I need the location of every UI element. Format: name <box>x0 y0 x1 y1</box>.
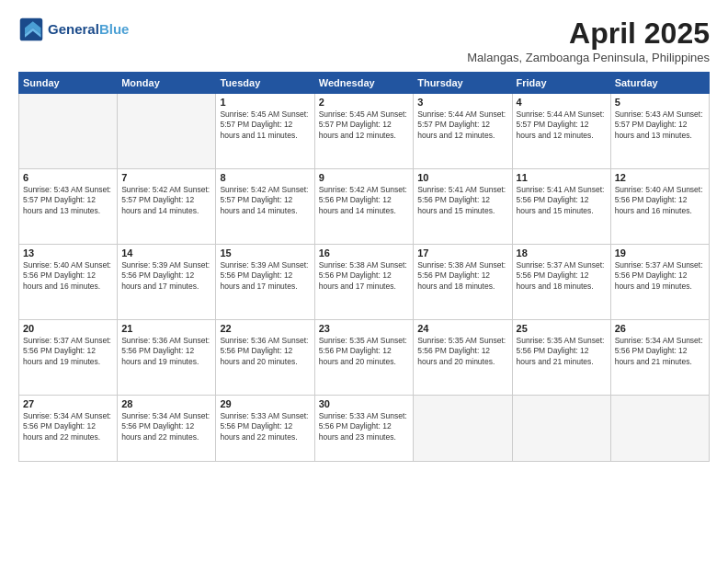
day-number: 27 <box>23 398 113 409</box>
day-number: 1 <box>220 97 310 108</box>
day-info: Sunrise: 5:41 AM Sunset: 5:56 PM Dayligh… <box>517 185 607 216</box>
col-tuesday: Tuesday <box>216 73 314 94</box>
day-info: Sunrise: 5:37 AM Sunset: 5:56 PM Dayligh… <box>23 336 113 367</box>
day-number: 5 <box>615 97 705 108</box>
day-info: Sunrise: 5:35 AM Sunset: 5:56 PM Dayligh… <box>517 336 607 367</box>
day-info: Sunrise: 5:42 AM Sunset: 5:56 PM Dayligh… <box>319 185 409 216</box>
table-row: 24Sunrise: 5:35 AM Sunset: 5:56 PM Dayli… <box>414 320 512 396</box>
page: GeneralBlue April 2025 Malangas, Zamboan… <box>0 0 728 563</box>
table-row: 30Sunrise: 5:33 AM Sunset: 5:56 PM Dayli… <box>314 396 413 462</box>
day-info: Sunrise: 5:45 AM Sunset: 5:57 PM Dayligh… <box>220 109 310 141</box>
day-number: 20 <box>23 323 113 334</box>
subtitle: Malangas, Zamboanga Peninsula, Philippin… <box>467 51 710 64</box>
day-info: Sunrise: 5:37 AM Sunset: 5:56 PM Dayligh… <box>517 260 607 292</box>
month-title: April 2025 <box>467 17 710 51</box>
table-row: 15Sunrise: 5:39 AM Sunset: 5:56 PM Dayli… <box>216 245 314 320</box>
table-row: 28Sunrise: 5:34 AM Sunset: 5:56 PM Dayli… <box>118 396 216 462</box>
logo-text: GeneralBlue <box>48 22 129 38</box>
calendar-table: Sunday Monday Tuesday Wednesday Thursday… <box>18 72 710 462</box>
day-info: Sunrise: 5:45 AM Sunset: 5:57 PM Dayligh… <box>319 109 409 141</box>
day-number: 11 <box>517 172 607 183</box>
day-info: Sunrise: 5:39 AM Sunset: 5:56 PM Dayligh… <box>220 260 310 292</box>
day-number: 21 <box>121 323 211 334</box>
day-number: 2 <box>319 97 409 108</box>
day-number: 18 <box>517 247 607 259</box>
table-row: 16Sunrise: 5:38 AM Sunset: 5:56 PM Dayli… <box>314 245 413 320</box>
logo: GeneralBlue <box>18 17 129 42</box>
day-info: Sunrise: 5:36 AM Sunset: 5:56 PM Dayligh… <box>121 336 211 367</box>
table-row: 27Sunrise: 5:34 AM Sunset: 5:56 PM Dayli… <box>19 396 118 462</box>
table-row <box>118 94 216 169</box>
day-info: Sunrise: 5:43 AM Sunset: 5:57 PM Dayligh… <box>615 109 705 141</box>
day-info: Sunrise: 5:44 AM Sunset: 5:57 PM Dayligh… <box>517 109 607 141</box>
table-row: 11Sunrise: 5:41 AM Sunset: 5:56 PM Dayli… <box>512 169 610 245</box>
table-row: 4Sunrise: 5:44 AM Sunset: 5:57 PM Daylig… <box>512 94 610 169</box>
col-wednesday: Wednesday <box>314 73 413 94</box>
day-number: 14 <box>121 247 211 259</box>
day-info: Sunrise: 5:35 AM Sunset: 5:56 PM Dayligh… <box>417 336 507 367</box>
table-row: 10Sunrise: 5:41 AM Sunset: 5:56 PM Dayli… <box>414 169 512 245</box>
day-number: 25 <box>517 323 607 334</box>
table-row: 1Sunrise: 5:45 AM Sunset: 5:57 PM Daylig… <box>216 94 314 169</box>
day-info: Sunrise: 5:40 AM Sunset: 5:56 PM Dayligh… <box>23 260 113 292</box>
table-row: 7Sunrise: 5:42 AM Sunset: 5:57 PM Daylig… <box>118 169 216 245</box>
day-info: Sunrise: 5:34 AM Sunset: 5:56 PM Dayligh… <box>121 411 211 442</box>
table-row <box>414 396 512 462</box>
table-row: 23Sunrise: 5:35 AM Sunset: 5:56 PM Dayli… <box>314 320 413 396</box>
day-info: Sunrise: 5:41 AM Sunset: 5:56 PM Dayligh… <box>417 185 507 216</box>
calendar-header-row: Sunday Monday Tuesday Wednesday Thursday… <box>19 73 710 94</box>
day-number: 6 <box>23 172 113 183</box>
table-row: 18Sunrise: 5:37 AM Sunset: 5:56 PM Dayli… <box>512 245 610 320</box>
day-info: Sunrise: 5:36 AM Sunset: 5:56 PM Dayligh… <box>220 336 310 367</box>
day-info: Sunrise: 5:43 AM Sunset: 5:57 PM Dayligh… <box>23 185 113 216</box>
day-info: Sunrise: 5:35 AM Sunset: 5:56 PM Dayligh… <box>319 336 409 367</box>
day-info: Sunrise: 5:39 AM Sunset: 5:56 PM Dayligh… <box>121 260 211 292</box>
table-row: 5Sunrise: 5:43 AM Sunset: 5:57 PM Daylig… <box>610 94 709 169</box>
title-block: April 2025 Malangas, Zamboanga Peninsula… <box>467 17 710 64</box>
table-row: 25Sunrise: 5:35 AM Sunset: 5:56 PM Dayli… <box>512 320 610 396</box>
header: GeneralBlue April 2025 Malangas, Zamboan… <box>18 17 710 64</box>
day-number: 24 <box>417 323 507 334</box>
day-number: 4 <box>517 97 607 108</box>
day-info: Sunrise: 5:34 AM Sunset: 5:56 PM Dayligh… <box>615 336 705 367</box>
table-row: 6Sunrise: 5:43 AM Sunset: 5:57 PM Daylig… <box>19 169 118 245</box>
day-info: Sunrise: 5:40 AM Sunset: 5:56 PM Dayligh… <box>615 185 705 216</box>
day-number: 19 <box>615 247 705 259</box>
day-number: 16 <box>319 247 409 259</box>
day-info: Sunrise: 5:33 AM Sunset: 5:56 PM Dayligh… <box>319 411 409 442</box>
day-info: Sunrise: 5:42 AM Sunset: 5:57 PM Dayligh… <box>121 185 211 216</box>
day-number: 10 <box>417 172 507 183</box>
day-number: 3 <box>417 97 507 108</box>
table-row: 3Sunrise: 5:44 AM Sunset: 5:57 PM Daylig… <box>414 94 512 169</box>
table-row: 21Sunrise: 5:36 AM Sunset: 5:56 PM Dayli… <box>118 320 216 396</box>
col-saturday: Saturday <box>610 73 709 94</box>
day-number: 17 <box>417 247 507 259</box>
day-number: 13 <box>23 247 113 259</box>
day-number: 8 <box>220 172 310 183</box>
day-number: 15 <box>220 247 310 259</box>
table-row: 29Sunrise: 5:33 AM Sunset: 5:56 PM Dayli… <box>216 396 314 462</box>
day-number: 29 <box>220 398 310 409</box>
day-number: 22 <box>220 323 310 334</box>
table-row: 8Sunrise: 5:42 AM Sunset: 5:57 PM Daylig… <box>216 169 314 245</box>
day-number: 23 <box>319 323 409 334</box>
day-info: Sunrise: 5:37 AM Sunset: 5:56 PM Dayligh… <box>615 260 705 292</box>
col-monday: Monday <box>118 73 216 94</box>
table-row <box>610 396 709 462</box>
day-number: 12 <box>615 172 705 183</box>
day-number: 7 <box>121 172 211 183</box>
day-number: 28 <box>121 398 211 409</box>
day-number: 30 <box>319 398 409 409</box>
day-info: Sunrise: 5:34 AM Sunset: 5:56 PM Dayligh… <box>23 411 113 442</box>
col-thursday: Thursday <box>414 73 512 94</box>
table-row: 12Sunrise: 5:40 AM Sunset: 5:56 PM Dayli… <box>610 169 709 245</box>
logo-icon <box>18 17 44 42</box>
day-info: Sunrise: 5:33 AM Sunset: 5:56 PM Dayligh… <box>220 411 310 442</box>
table-row: 19Sunrise: 5:37 AM Sunset: 5:56 PM Dayli… <box>610 245 709 320</box>
day-info: Sunrise: 5:42 AM Sunset: 5:57 PM Dayligh… <box>220 185 310 216</box>
table-row: 2Sunrise: 5:45 AM Sunset: 5:57 PM Daylig… <box>314 94 413 169</box>
table-row: 13Sunrise: 5:40 AM Sunset: 5:56 PM Dayli… <box>19 245 118 320</box>
table-row: 22Sunrise: 5:36 AM Sunset: 5:56 PM Dayli… <box>216 320 314 396</box>
table-row: 17Sunrise: 5:38 AM Sunset: 5:56 PM Dayli… <box>414 245 512 320</box>
table-row: 26Sunrise: 5:34 AM Sunset: 5:56 PM Dayli… <box>610 320 709 396</box>
